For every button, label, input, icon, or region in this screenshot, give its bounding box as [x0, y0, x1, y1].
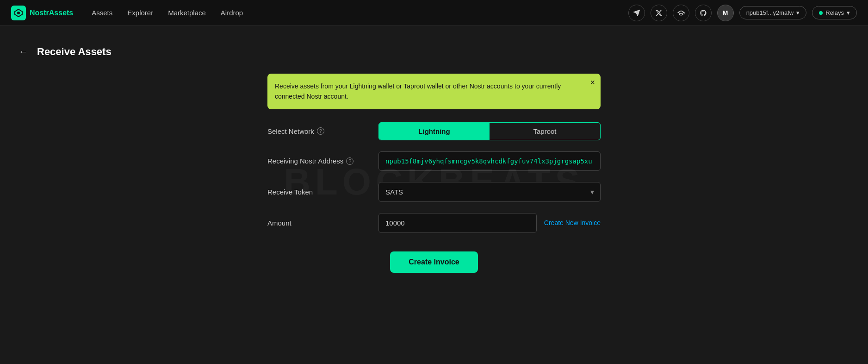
nav-assets[interactable]: Assets [92, 9, 112, 17]
amount-input[interactable] [378, 213, 537, 233]
telegram-icon[interactable] [628, 5, 645, 21]
amount-field: Create New Invoice [378, 213, 601, 233]
pubkey-button[interactable]: npub15f...y2mafw ▾ [739, 6, 807, 19]
receiving-address-help-icon[interactable]: ? [346, 157, 353, 165]
create-invoice-btn-row: Create Invoice [267, 248, 601, 273]
logo-text: NostrAssets [30, 9, 73, 17]
receiving-address-row: Receiving Nostr Address ? [267, 151, 601, 171]
nav-marketplace[interactable]: Marketplace [168, 9, 206, 17]
nav-airdrop[interactable]: Airdrop [221, 9, 243, 17]
receive-token-select[interactable]: SATS BTC RGB20 RGB21 [378, 182, 601, 202]
receiving-address-input[interactable] [378, 151, 601, 171]
relays-button[interactable]: Relays ▾ [812, 6, 857, 19]
logo: NostrAssets [11, 6, 73, 20]
navbar: NostrAssets Assets Explorer Marketplace … [0, 0, 868, 26]
nav-links: Assets Explorer Marketplace Airdrop [92, 9, 628, 17]
back-row: ← Receive Assets [15, 44, 853, 59]
create-invoice-button[interactable]: Create Invoice [390, 251, 477, 273]
select-network-label: Select Network ? [267, 127, 369, 135]
create-new-invoice-link[interactable]: Create New Invoice [544, 219, 601, 226]
lightning-toggle-button[interactable]: Lightning [379, 123, 490, 140]
receive-token-label: Receive Token [267, 188, 369, 196]
logo-icon [11, 6, 26, 20]
page-title: Receive Assets [37, 46, 112, 58]
amount-row: Amount Create New Invoice [267, 213, 601, 233]
nav-explorer[interactable]: Explorer [127, 9, 153, 17]
info-banner: Receive assets from your Lightning walle… [267, 74, 601, 109]
receiving-address-field [378, 151, 601, 171]
amount-label: Amount [267, 219, 369, 227]
github-icon[interactable] [695, 5, 712, 21]
receive-token-row: Receive Token SATS BTC RGB20 RGB21 [267, 182, 601, 202]
nav-right: M npub15f...y2mafw ▾ Relays ▾ [628, 5, 857, 21]
svg-point-1 [17, 12, 20, 14]
select-network-help-icon[interactable]: ? [317, 127, 324, 135]
select-network-row: Select Network ? Lightning Taproot [267, 122, 601, 140]
network-toggle: Lightning Taproot [378, 122, 601, 140]
network-toggle-group: Lightning Taproot [378, 122, 601, 140]
graduation-icon[interactable] [673, 5, 689, 21]
twitter-icon[interactable] [651, 5, 667, 21]
relay-status-dot [819, 11, 823, 15]
form-section: Select Network ? Lightning Taproot Recei… [267, 122, 601, 273]
taproot-toggle-button[interactable]: Taproot [490, 123, 600, 140]
avatar[interactable]: M [717, 5, 734, 21]
back-button[interactable]: ← [15, 44, 31, 59]
main-content: ← Receive Assets Receive assets from you… [0, 26, 868, 291]
card-area: Receive assets from your Lightning walle… [267, 74, 601, 273]
amount-row-inner: Create New Invoice [378, 213, 601, 233]
banner-close-button[interactable]: × [590, 78, 595, 87]
banner-text: Receive assets from your Lightning walle… [275, 82, 561, 100]
receiving-address-label: Receiving Nostr Address ? [267, 157, 369, 165]
receive-token-field: SATS BTC RGB20 RGB21 [378, 182, 601, 202]
